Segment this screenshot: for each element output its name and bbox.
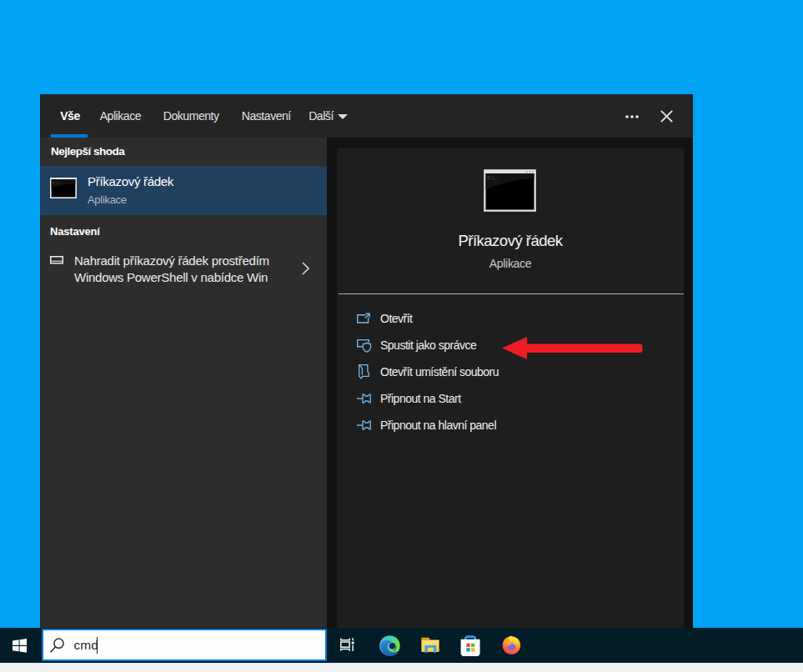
svg-text:C:\_: C:\_ <box>488 176 497 180</box>
svg-text:C:\_: C:\_ <box>53 181 61 184</box>
